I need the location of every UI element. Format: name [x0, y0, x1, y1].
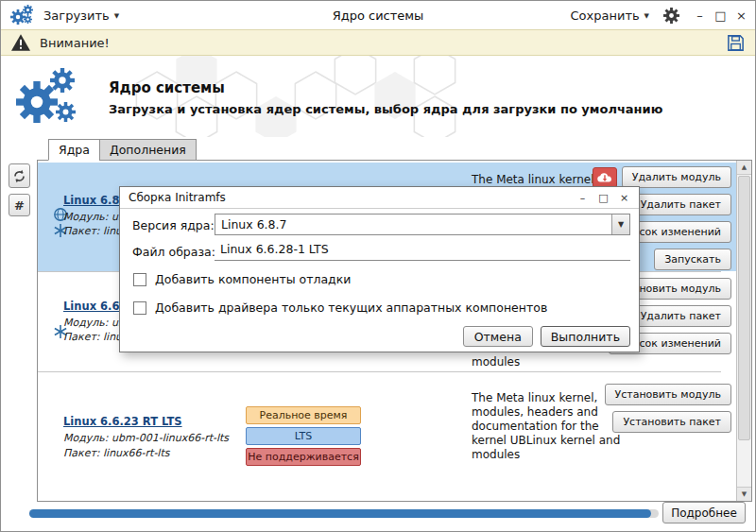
image-file-input[interactable] — [215, 239, 630, 261]
load-menu-label: Загрузить — [43, 9, 110, 23]
dialog-title: Сборка Initramfs — [129, 191, 226, 204]
minimize-button[interactable]: – — [694, 9, 706, 22]
kernel-version-value: Linux 6.8.7 — [215, 217, 611, 232]
scroll-down-button[interactable]: ▼ — [737, 487, 751, 501]
current-drivers-label: Добавить драйвера только текущих аппарат… — [155, 300, 547, 315]
vertical-scrollbar[interactable]: ▲ ▼ — [736, 161, 751, 501]
dialog-minimize-button[interactable]: – — [576, 193, 589, 203]
dialog-close-button[interactable]: × — [618, 193, 630, 203]
floppy-disk-icon — [726, 33, 746, 53]
kernel-version-label: Версия ядра: — [132, 218, 215, 232]
current-drivers-checkbox[interactable] — [133, 301, 146, 315]
tab-kernels[interactable]: Ядра — [48, 139, 100, 161]
dialog-titlebar: Сборка Initramfs – □ × — [120, 187, 639, 209]
app-logo-gears-icon — [14, 66, 82, 127]
refresh-icon — [12, 169, 26, 183]
details-button[interactable]: Подробнее — [662, 502, 746, 523]
current-drivers-option: Добавить драйвера только текущих аппарат… — [133, 300, 547, 315]
debug-components-option: Добавить компоненты отладки — [133, 272, 351, 286]
remove-module-button[interactable]: Удалить модуль — [622, 166, 731, 188]
tab-bar: Ядра Дополнения — [48, 139, 197, 161]
window-titlebar: Загрузить ▼ Ядро системы Сохранить ▼ – □… — [1, 1, 755, 29]
cloud-download-icon — [596, 171, 613, 183]
remove-package-button[interactable]: Удалить пакет — [630, 305, 731, 327]
progress-bar-fill — [29, 509, 651, 518]
chevron-down-icon: ▼ — [644, 10, 649, 20]
kernel-actions: Установить модуль Установить пакет — [605, 384, 732, 433]
image-file-label: Файл образа: — [132, 245, 215, 259]
row-divider — [38, 371, 721, 372]
debug-components-checkbox[interactable] — [133, 273, 146, 286]
download-initramfs-button[interactable] — [593, 167, 617, 188]
chevron-down-icon[interactable]: ▼ — [611, 215, 629, 234]
app-logo-gears-icon — [10, 5, 35, 26]
remove-package-button[interactable]: Удалить пакет — [630, 194, 731, 215]
progress-bar — [29, 509, 659, 518]
run-button[interactable]: Запускать — [654, 249, 731, 270]
badge-realtime: Реальное время — [246, 406, 361, 424]
save-menu-label: Сохранить — [570, 9, 639, 23]
install-package-button[interactable]: Установить пакет — [612, 411, 731, 433]
kernel-title-link[interactable]: Linux 6.6.23 RT LTS — [63, 415, 182, 428]
load-menu-button[interactable]: Загрузить ▼ — [43, 9, 119, 23]
hash-button[interactable]: # — [9, 194, 30, 216]
warning-banner: Внимание! — [1, 29, 755, 56]
app-window: Загрузить ▼ Ядро системы Сохранить ▼ – □… — [0, 0, 756, 532]
chevron-down-icon: ▼ — [114, 10, 119, 20]
install-module-button[interactable]: Установить модуль — [605, 384, 732, 405]
page-subtitle: Загрузка и установка ядер системы, выбор… — [109, 102, 662, 116]
kernel-package-text: Пакет: linux66-rt-lts — [63, 447, 169, 459]
page-header: Ядро системы Загрузка и установка ядер с… — [1, 56, 755, 137]
refresh-button[interactable] — [9, 163, 30, 188]
warning-text: Внимание! — [40, 36, 110, 50]
kernel-module-text: Модуль: ubm-001-linux66-rt-lts — [63, 432, 229, 444]
cancel-button[interactable]: Отмена — [463, 326, 533, 347]
kernel-version-combobox[interactable]: Linux 6.8.7 ▼ — [215, 214, 630, 235]
warning-triangle-icon — [10, 33, 31, 52]
dialog-maximize-button[interactable]: □ — [597, 193, 610, 203]
scroll-up-button[interactable]: ▲ — [737, 161, 751, 175]
kernel-badges: Реальное время LTS Не поддерживается — [246, 406, 361, 466]
settings-gear-icon[interactable] — [663, 8, 679, 24]
execute-button[interactable]: Выполнить — [541, 326, 630, 347]
save-menu-button[interactable]: Сохранить ▼ — [570, 9, 649, 23]
scrollbar-thumb[interactable] — [738, 176, 750, 440]
kernel-row[interactable]: Linux 6.6.23 RT LTS Модуль: ubm-001-linu… — [38, 372, 736, 501]
initramfs-dialog: Сборка Initramfs – □ × Версия ядра: Linu… — [119, 186, 640, 352]
save-file-button[interactable] — [726, 33, 746, 53]
close-button[interactable]: × — [735, 9, 747, 22]
hexagon-pattern — [133, 56, 473, 137]
debug-components-label: Добавить компоненты отладки — [155, 272, 351, 286]
maximize-button[interactable]: □ — [714, 9, 727, 22]
dialog-buttons: Отмена Выполнить — [463, 326, 630, 347]
page-title: Ядро системы — [109, 79, 225, 96]
tab-addons[interactable]: Дополнения — [99, 139, 197, 161]
badge-lts: LTS — [246, 427, 361, 445]
badge-unsupported: Не поддерживается — [246, 448, 361, 466]
